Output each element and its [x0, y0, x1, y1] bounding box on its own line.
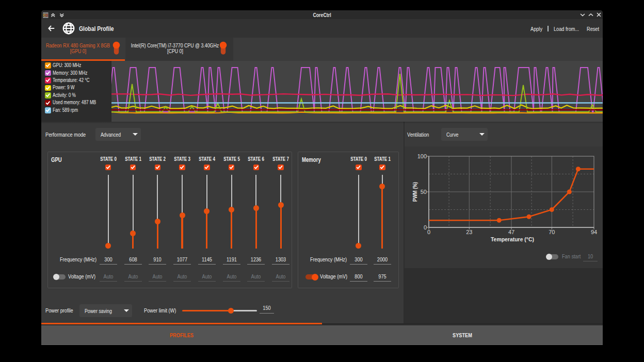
svg-text:100: 100 — [417, 153, 427, 159]
svg-text:47: 47 — [508, 229, 514, 235]
svg-text:Temperature (°C): Temperature (°C) — [491, 236, 534, 242]
svg-text:0: 0 — [424, 224, 427, 231]
svg-text:23: 23 — [466, 229, 472, 235]
svg-text:C: C — [45, 13, 48, 17]
svg-text:50: 50 — [421, 189, 427, 195]
svg-text:0: 0 — [427, 229, 430, 235]
svg-text:70: 70 — [549, 229, 555, 235]
svg-text:PWM (%): PWM (%) — [412, 182, 418, 202]
svg-text:94: 94 — [591, 229, 597, 235]
